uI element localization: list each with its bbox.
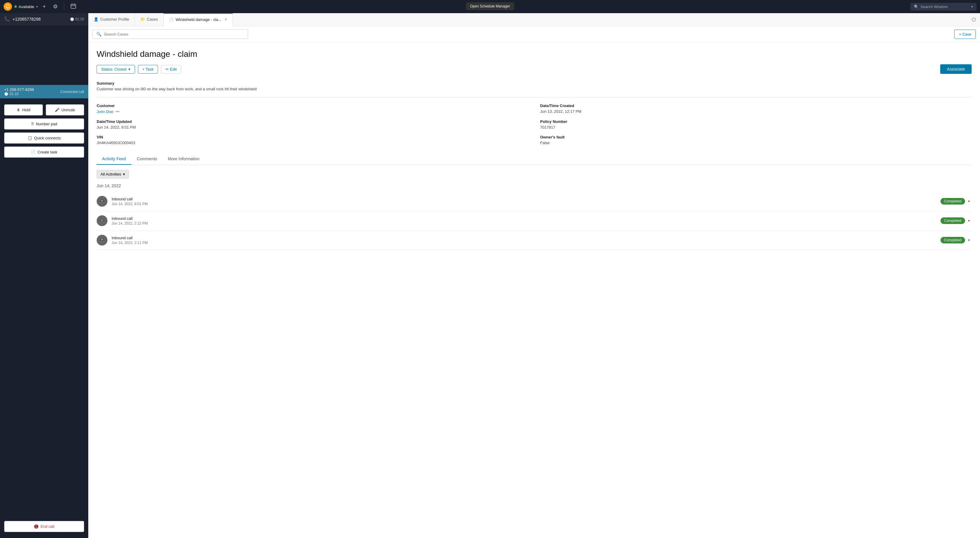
ccp-call-info-bar: 📞 +12065778298 🕐 01:10 — [0, 13, 88, 25]
quick-connects-button[interactable]: 📋 Quick connects — [4, 132, 84, 144]
hold-label: Hold — [22, 108, 30, 112]
owners-fault-value: False — [540, 141, 972, 145]
ccp-controls: ⏸ Hold 🎤 Unmute ⠿ Number pad 📋 Quick con… — [0, 98, 88, 538]
status-chevron-icon: ▾ — [128, 67, 130, 71]
share-button[interactable]: ⬡ — [967, 17, 980, 22]
activity-expand-icon[interactable]: ▾ — [966, 198, 972, 205]
create-task-button[interactable]: 📄 Create task — [4, 146, 84, 158]
activity-expand-icon[interactable]: ▾ — [966, 217, 972, 224]
svg-point-6 — [102, 200, 103, 202]
activity-item: Inbound call Jun 14, 2022, 2:11 PM Compl… — [97, 230, 972, 250]
microphone-icon: 🎤 — [55, 108, 60, 112]
add-task-button[interactable]: + Task — [138, 65, 158, 73]
tab-windshield-close[interactable]: ✕ — [224, 17, 227, 22]
svg-point-10 — [102, 239, 103, 240]
policy-number-field: Policy Number 7017817 — [540, 119, 972, 130]
tab-windshield[interactable]: 📄 Windshield damage - cla... ✕ — [164, 13, 233, 26]
activity-time: Jun 14, 2022, 8:01 PM — [111, 202, 936, 206]
status-label: Status: Closed — [101, 67, 127, 71]
number-pad-button[interactable]: ⠿ Number pad — [4, 118, 84, 130]
tab-more-information[interactable]: More Information — [162, 153, 205, 165]
settings-icon[interactable]: ⚙ — [51, 2, 60, 11]
ccp-connected-timer: 🕐 01:10 — [4, 92, 34, 96]
owners-fault-field: Owner's fault False — [540, 135, 972, 145]
ccp-phone-number: +12065778298 — [13, 17, 41, 22]
cases-search-input[interactable]: 🔍 — [92, 29, 248, 39]
schedule-tooltip-text: Open Schedule Manager — [470, 4, 510, 8]
tab-windshield-icon: 📄 — [169, 17, 174, 22]
tab-cases-icon: 📁 — [140, 17, 145, 22]
activity-expand-icon[interactable]: ▾ — [966, 237, 972, 243]
status-selector[interactable]: Available ▾ — [14, 5, 38, 9]
clock-icon: 🕐 — [70, 17, 74, 21]
quick-connects-icon: 📋 — [27, 136, 32, 140]
policy-number-label: Policy Number — [540, 119, 972, 124]
status-button[interactable]: Status: Closed ▾ — [97, 65, 135, 73]
summary-label: Summary — [97, 81, 972, 86]
vin-field: VIN JH4KA4650JC000403 — [97, 135, 528, 145]
status-dot — [14, 5, 17, 8]
tab-activity-feed[interactable]: Activity Feed — [97, 153, 131, 165]
wisdom-search-bar[interactable]: 🔍 Search Wisdom ▾ — [911, 3, 977, 11]
activity-info: Inbound call Jun 14, 2022, 2:11 PM — [111, 236, 936, 245]
tab-customer-profile[interactable]: 👤 Customer Profile — [88, 13, 135, 26]
ccp-hold-mute-row: ⏸ Hold 🎤 Unmute — [4, 105, 84, 116]
date-created-field: Date/Time Created Jun 13, 2022, 12:17 PM — [540, 103, 972, 114]
comments-label: Comments — [137, 156, 157, 161]
tab-cases[interactable]: 📁 Cases — [135, 13, 164, 26]
app-logo — [3, 2, 12, 11]
policy-number-value: 7017817 — [540, 125, 972, 130]
vin-label: VIN — [97, 135, 528, 140]
edit-label: ✏ Edit — [165, 67, 177, 71]
date-updated-value: Jun 14, 2022, 8:01 PM — [97, 125, 528, 130]
schedule-manager-icon[interactable] — [68, 2, 79, 12]
activity-item: Inbound call Jun 14, 2022, 2:12 PM Compl… — [97, 211, 972, 230]
cases-search-field[interactable] — [104, 32, 244, 37]
activity-tabs: Activity Feed Comments More Information — [97, 153, 972, 165]
ccp-timer: 🕐 01:10 — [70, 17, 84, 21]
edit-button[interactable]: ✏ Edit — [161, 65, 181, 73]
customer-field: Customer John Doe ••• — [97, 103, 528, 114]
wisdom-expand-icon: ▾ — [971, 5, 973, 9]
status-badge: Completed — [940, 198, 965, 205]
hold-button[interactable]: ⏸ Hold — [4, 105, 43, 116]
top-nav: Available ▾ + ⚙ Open Schedule Manager 🔍 … — [0, 0, 980, 13]
case-info-grid: Customer John Doe ••• Date/Time Created … — [97, 103, 972, 145]
unmute-label: Unmute — [61, 108, 75, 112]
schedule-tooltip: Open Schedule Manager — [466, 2, 514, 10]
date-updated-label: Date/Time Updated — [97, 119, 528, 124]
status-label: Available — [19, 5, 34, 9]
ccp-panel: 📞 +12065778298 🕐 01:10 +1 206-577-8298 🕐… — [0, 13, 88, 538]
svg-rect-1 — [71, 4, 76, 8]
case-actions: Status: Closed ▾ + Task ✏ Edit Associate — [97, 64, 972, 74]
activity-list: Inbound call Jun 14, 2022, 8:01 PM Compl… — [97, 192, 972, 250]
all-activities-button[interactable]: All Activities ▾ — [97, 170, 129, 179]
unmute-button[interactable]: 🎤 Unmute — [46, 105, 84, 116]
content-area: 👤 Customer Profile 📁 Cases 📄 Windshield … — [88, 13, 980, 538]
case-title: Windshield damage - claim — [97, 49, 972, 59]
svg-point-0 — [6, 5, 10, 8]
tab-customer-profile-icon: 👤 — [94, 17, 99, 22]
hold-icon: ⏸ — [16, 108, 20, 112]
add-case-button[interactable]: + Case — [954, 30, 976, 39]
task-icon: 📄 — [31, 150, 36, 154]
all-activities-label: All Activities — [100, 172, 121, 176]
tab-comments[interactable]: Comments — [131, 153, 162, 165]
associate-label: Associate — [947, 67, 965, 71]
clock-small-icon: 🕐 — [4, 92, 8, 96]
create-task-label: Create task — [37, 150, 57, 154]
end-call-icon: 📵 — [34, 524, 38, 529]
tab-cases-label: Cases — [147, 17, 158, 22]
plus-icon[interactable]: + — [40, 2, 48, 11]
svg-point-8 — [102, 219, 103, 221]
activity-title: Inbound call — [111, 216, 936, 221]
all-activities-chevron-icon: ▾ — [123, 172, 125, 176]
associate-button[interactable]: Associate — [940, 64, 972, 74]
date-created-value: Jun 13, 2022, 12:17 PM — [540, 109, 972, 114]
cases-search-bar: 🔍 + Case — [88, 26, 980, 42]
end-call-button[interactable]: 📵 End call — [4, 521, 84, 532]
activity-info: Inbound call Jun 14, 2022, 2:12 PM — [111, 216, 936, 225]
customer-link[interactable]: John Doe — [97, 110, 113, 114]
case-detail: Windshield damage - claim Status: Closed… — [88, 42, 980, 538]
customer-more-icon[interactable]: ••• — [116, 110, 120, 114]
